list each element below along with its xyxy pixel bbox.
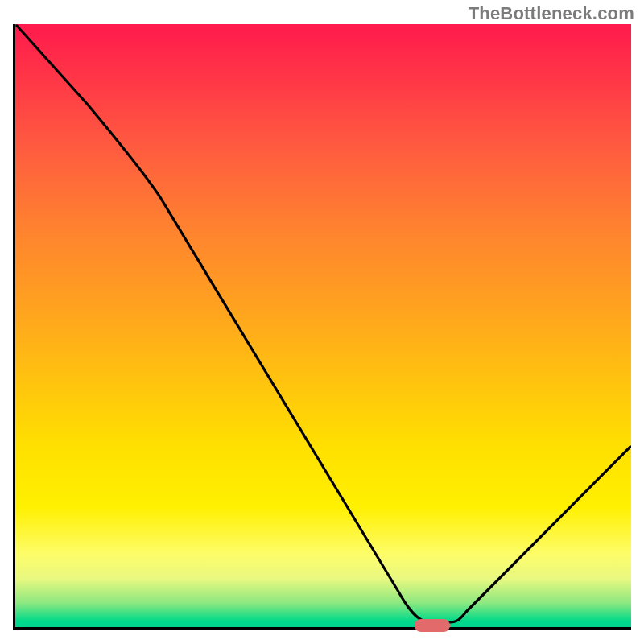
- watermark-text: TheBottleneck.com: [469, 3, 634, 24]
- bottleneck-curve: [15, 24, 631, 627]
- optimal-marker: [415, 619, 450, 632]
- chart-plot-area: [13, 24, 631, 630]
